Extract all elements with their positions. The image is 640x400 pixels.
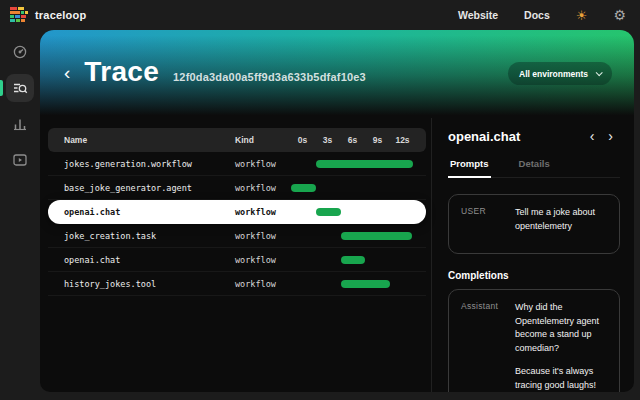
playground-icon	[12, 152, 28, 168]
panel-tabs: Prompts Details	[448, 152, 620, 178]
span-name: jokes.generation.workflow	[48, 159, 220, 169]
spans-table: Name Kind 0s 3s 6s 9s 12s jokes.generati…	[40, 118, 431, 392]
span-duration-bar	[291, 184, 316, 192]
settings-gear-icon[interactable]: ⚙	[613, 8, 626, 22]
completion-line: Because it's always tracing good laughs!	[515, 365, 607, 392]
chevron-down-icon	[596, 69, 603, 76]
message-role: Assistant	[461, 301, 505, 392]
main-card: ‹ Trace 12f0da3da00a5ff9d3a633b5dfaf10e3…	[40, 30, 634, 392]
table-row[interactable]: base_joke_generator.agent workflow	[48, 176, 426, 200]
span-duration-bar	[341, 232, 412, 240]
sidebar-item-dashboard[interactable]	[6, 38, 34, 66]
span-kind: workflow	[220, 207, 290, 217]
back-chevron-icon[interactable]: ‹	[64, 63, 70, 82]
page-title: Trace	[84, 56, 159, 88]
span-duration-bar	[316, 208, 341, 216]
trace-header: ‹ Trace 12f0da3da00a5ff9d3a633b5dfaf10e3…	[40, 30, 634, 118]
prev-span-chevron-icon[interactable]: ‹	[583, 129, 602, 143]
column-header-name: Name	[48, 135, 220, 145]
traceloop-logo-icon	[10, 7, 28, 23]
table-row[interactable]: joke_creation.task workflow	[48, 224, 426, 248]
span-duration-bar	[341, 280, 390, 288]
prompt-message-box: USER Tell me a joke about opentelemetry	[448, 194, 620, 254]
message-role: USER	[461, 206, 505, 242]
brand-name: traceloop	[35, 9, 86, 21]
panel-title: openai.chat	[448, 129, 583, 144]
column-header-kind: Kind	[220, 135, 290, 145]
span-name: history_jokes.tool	[48, 279, 220, 289]
span-kind: workflow	[220, 255, 290, 265]
bar-chart-icon	[12, 116, 28, 132]
table-row[interactable]: openai.chat workflow	[48, 248, 426, 272]
axis-tick: 0s	[290, 135, 315, 145]
theme-toggle-sun-icon[interactable]: ☀	[576, 9, 588, 22]
span-duration-bar	[316, 160, 413, 168]
span-kind: workflow	[220, 159, 290, 169]
dashboard-icon	[12, 44, 28, 60]
span-kind: workflow	[220, 183, 290, 193]
tab-prompts[interactable]: Prompts	[448, 152, 491, 178]
axis-tick: 9s	[365, 135, 390, 145]
trace-search-icon	[12, 80, 28, 96]
top-bar: traceloop Website Docs ☀ ⚙	[0, 0, 640, 30]
axis-tick: 6s	[340, 135, 365, 145]
sidebar-item-traces[interactable]	[6, 74, 34, 102]
next-span-chevron-icon[interactable]: ›	[601, 129, 620, 143]
completion-message-text: Why did the Opentelemetry agent become a…	[515, 301, 607, 392]
span-detail-panel: openai.chat ‹ › Prompts Details USER Tel…	[431, 118, 634, 392]
environment-selector[interactable]: All environments	[508, 62, 612, 85]
span-name: joke_creation.task	[48, 231, 220, 241]
span-kind: workflow	[220, 279, 290, 289]
span-name: openai.chat	[48, 207, 220, 217]
span-kind: workflow	[220, 231, 290, 241]
table-row[interactable]: history_jokes.tool workflow	[48, 272, 426, 296]
table-row-selected[interactable]: openai.chat workflow	[48, 200, 426, 224]
axis-tick: 12s	[390, 135, 415, 145]
axis-tick: 3s	[315, 135, 340, 145]
brand[interactable]: traceloop	[10, 7, 86, 23]
span-name: base_joke_generator.agent	[48, 183, 220, 193]
timeline-axis: 0s 3s 6s 9s 12s	[290, 135, 426, 145]
completions-label: Completions	[448, 270, 620, 281]
environment-selector-label: All environments	[519, 69, 588, 79]
trace-id: 12f0da3da00a5ff9d3a633b5dfaf10e3	[173, 71, 366, 83]
span-duration-bar	[341, 256, 365, 264]
table-row[interactable]: jokes.generation.workflow workflow	[48, 152, 426, 176]
website-link[interactable]: Website	[458, 9, 498, 21]
sidebar-item-analytics[interactable]	[6, 110, 34, 138]
table-header: Name Kind 0s 3s 6s 9s 12s	[48, 128, 426, 152]
prompt-message-text: Tell me a joke about opentelemetry	[515, 206, 607, 242]
sidebar-item-playground[interactable]	[6, 146, 34, 174]
tab-details[interactable]: Details	[517, 152, 552, 178]
completion-line: Why did the Opentelemetry agent become a…	[515, 301, 607, 355]
span-name: openai.chat	[48, 255, 220, 265]
completion-message-box: Assistant Why did the Opentelemetry agen…	[448, 289, 620, 392]
docs-link[interactable]: Docs	[524, 9, 550, 21]
sidebar	[0, 30, 40, 400]
